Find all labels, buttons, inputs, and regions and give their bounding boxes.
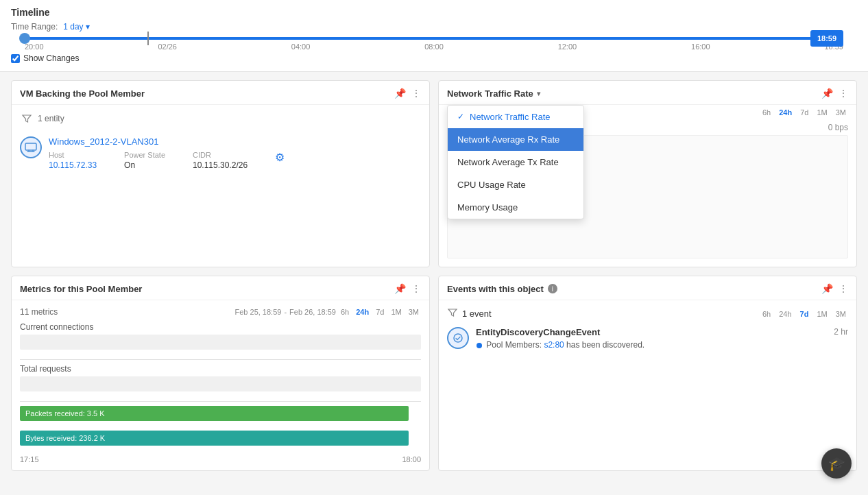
help-button[interactable]: 🎓 xyxy=(821,448,852,479)
timeline-label-4: 12:00 xyxy=(558,43,577,51)
events-header-left: Events with this object i xyxy=(447,284,557,294)
events-time-3m[interactable]: 3M xyxy=(834,309,848,319)
vm-panel-body: 1 entity Windows_2012-2-VLAN301 Host 10.… xyxy=(12,105,429,181)
dropdown-item-0[interactable]: ✓ Network Traffic Rate xyxy=(448,106,583,128)
time-range-label: Time Range: xyxy=(11,22,58,32)
dropdown-item-2[interactable]: Network Average Tx Rate xyxy=(448,151,583,173)
timeline-track[interactable]: 18:59 xyxy=(25,37,843,40)
timeline-label-0: 20:00 xyxy=(25,43,44,51)
events-panel-header: Events with this object i 📌 ⋮ xyxy=(439,276,856,300)
metric-row-current-connections: Current connections xyxy=(20,322,421,350)
network-time-1m[interactable]: 1M xyxy=(815,108,829,117)
show-changes-label[interactable]: Show Changes xyxy=(23,53,79,63)
event-details-0: EntityDiscoveryChangeEvent Pool Members:… xyxy=(476,327,827,350)
timeline-section: Timeline Time Range: 1 day ▾ 18:59 20:00… xyxy=(0,0,868,72)
network-time-buttons: 6h 24h 7d 1M 3M xyxy=(760,108,848,117)
events-info-icon[interactable]: i xyxy=(548,284,557,293)
event-desc-prefix xyxy=(476,340,486,350)
timeline-left-handle[interactable] xyxy=(19,33,30,44)
metric-bar-fill-2: Packets received: 3.5 K xyxy=(20,406,409,421)
timeline-controls: Time Range: 1 day ▾ xyxy=(11,22,857,32)
metrics-summary: 11 metrics Feb 25, 18:59 - Feb 26, 18:59… xyxy=(20,307,421,317)
vm-power-prop: Power State On xyxy=(124,151,165,170)
metrics-panel-title: Metrics for this Pool Member xyxy=(20,284,142,294)
metrics-panel: Metrics for this Pool Member 📌 ⋮ 11 metr… xyxy=(11,276,430,471)
vm-host-value[interactable]: 10.115.72.33 xyxy=(49,160,97,170)
network-time-6h[interactable]: 6h xyxy=(760,108,773,117)
main-content: VM Backing the Pool Member 📌 ⋮ 1 entity xyxy=(0,72,868,479)
metrics-pin-icon[interactable]: 📌 xyxy=(394,283,406,294)
dropdown-item-1[interactable]: Network Average Rx Rate xyxy=(448,128,583,151)
vm-cidr-value: 10.115.30.2/26 xyxy=(193,160,248,170)
event-avatar-0 xyxy=(447,327,469,349)
metric-bar-bg-0 xyxy=(20,335,421,350)
events-time-6h[interactable]: 6h xyxy=(760,309,773,319)
vm-settings-icon[interactable]: ⚙ xyxy=(275,151,285,170)
event-link[interactable]: s2:80 xyxy=(544,340,564,350)
events-more-icon[interactable]: ⋮ xyxy=(839,283,848,294)
svg-point-1 xyxy=(454,334,462,342)
events-meta: 1 event 6h 24h 7d 1M 3M xyxy=(447,307,848,320)
events-time-buttons: 6h 24h 7d 1M 3M xyxy=(760,309,848,319)
events-count-text: 1 event xyxy=(462,309,492,319)
divider-1 xyxy=(20,359,421,360)
dropdown-check-icon: ✓ xyxy=(457,112,464,121)
metrics-time-1m[interactable]: 1M xyxy=(389,307,403,317)
metric-bar-fill-3: Bytes received: 236.2 K xyxy=(20,431,409,446)
network-time-3m[interactable]: 3M xyxy=(834,108,848,117)
entity-count-text: 1 entity xyxy=(38,114,64,123)
dropdown-item-4[interactable]: Memory Usage xyxy=(448,196,583,219)
events-pin-icon[interactable]: 📌 xyxy=(821,283,833,294)
network-time-7d[interactable]: 7d xyxy=(798,108,810,117)
vm-name-link[interactable]: Windows_2012-2-VLAN301 xyxy=(49,136,421,147)
metrics-time-3m[interactable]: 3M xyxy=(407,307,421,317)
vm-panel: VM Backing the Pool Member 📌 ⋮ 1 entity xyxy=(11,80,430,267)
event-desc-text-prefix: Pool Members: xyxy=(486,340,542,350)
network-panel: Network Traffic Rate ▾ ✓ Network Traffic… xyxy=(438,80,857,267)
vm-props: Host 10.115.72.33 Power State On CIDR 10… xyxy=(49,151,421,170)
metrics-time-24h[interactable]: 24h xyxy=(354,307,371,317)
network-time-24h[interactable]: 24h xyxy=(777,108,794,117)
metrics-date-dash: - xyxy=(284,308,287,316)
vm-host-prop: Host 10.115.72.33 xyxy=(49,151,97,170)
vm-cidr-prop: CIDR 10.115.30.2/26 xyxy=(193,151,248,170)
metric-row-bytes: Bytes received: 236.2 K xyxy=(20,431,421,446)
metric-row-total-requests: Total requests xyxy=(20,364,421,391)
metrics-dropdown-container: Network Traffic Rate ▾ ✓ Network Traffic… xyxy=(447,88,540,99)
metrics-panel-actions: 📌 ⋮ xyxy=(394,283,421,294)
timeline-right-handle[interactable]: 18:59 xyxy=(810,30,843,47)
events-time-1m[interactable]: 1M xyxy=(815,309,829,319)
events-panel-title: Events with this object xyxy=(447,284,544,294)
metric-bar-1 xyxy=(20,376,421,391)
events-panel-actions: 📌 ⋮ xyxy=(821,283,848,294)
network-pin-icon[interactable]: 📌 xyxy=(821,88,833,99)
network-panel-title: Network Traffic Rate xyxy=(447,88,533,99)
event-desc-0: Pool Members: s2:80 has been discovered. xyxy=(476,340,827,350)
timeline-label-2: 04:00 xyxy=(291,43,311,51)
vm-more-icon[interactable]: ⋮ xyxy=(411,88,421,99)
metric-bar-0 xyxy=(20,335,421,350)
svg-rect-0 xyxy=(25,143,36,150)
metrics-more-icon[interactable]: ⋮ xyxy=(411,283,421,294)
metrics-date-to: Feb 26, 18:59 xyxy=(289,308,336,316)
entity-count-row: 1 entity xyxy=(20,112,421,125)
metric-bar-2: Packets received: 3.5 K xyxy=(20,406,421,421)
metric-bar-3: Bytes received: 236.2 K xyxy=(20,431,421,446)
metrics-time-6h[interactable]: 6h xyxy=(339,307,351,317)
events-time-7d[interactable]: 7d xyxy=(798,309,811,319)
event-time-0: 2 hr xyxy=(834,327,848,337)
events-time-24h[interactable]: 24h xyxy=(777,309,793,319)
metrics-x-label-1: 18:00 xyxy=(402,455,421,463)
time-range-chevron-icon: ▾ xyxy=(86,22,90,32)
show-changes-checkbox[interactable] xyxy=(11,54,20,63)
network-more-icon[interactable]: ⋮ xyxy=(839,88,848,99)
time-range-selector[interactable]: 1 day ▾ xyxy=(63,22,89,32)
events-panel-body: 1 event 6h 24h 7d 1M 3M xyxy=(439,300,856,357)
metrics-dropdown-trigger[interactable]: Network Traffic Rate ▾ xyxy=(447,88,540,99)
metrics-x-label-0: 17:15 xyxy=(20,455,39,463)
network-panel-header: Network Traffic Rate ▾ ✓ Network Traffic… xyxy=(439,81,856,105)
dropdown-item-3[interactable]: CPU Usage Rate xyxy=(448,173,583,196)
vm-pin-icon[interactable]: 📌 xyxy=(394,88,406,99)
timeline-bar: 18:59 20:00 02/26 04:00 08:00 12:00 16:0… xyxy=(11,37,857,51)
metrics-time-7d[interactable]: 7d xyxy=(374,307,386,317)
